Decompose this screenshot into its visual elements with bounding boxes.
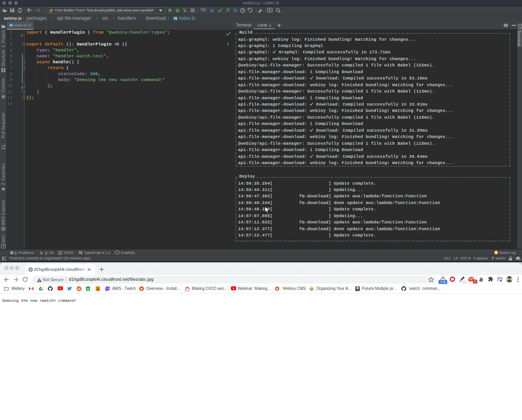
- svg-text:TS: TS: [9, 24, 13, 26]
- svg-text:TS: TS: [174, 17, 177, 20]
- svg-text:λ: λ: [97, 287, 99, 291]
